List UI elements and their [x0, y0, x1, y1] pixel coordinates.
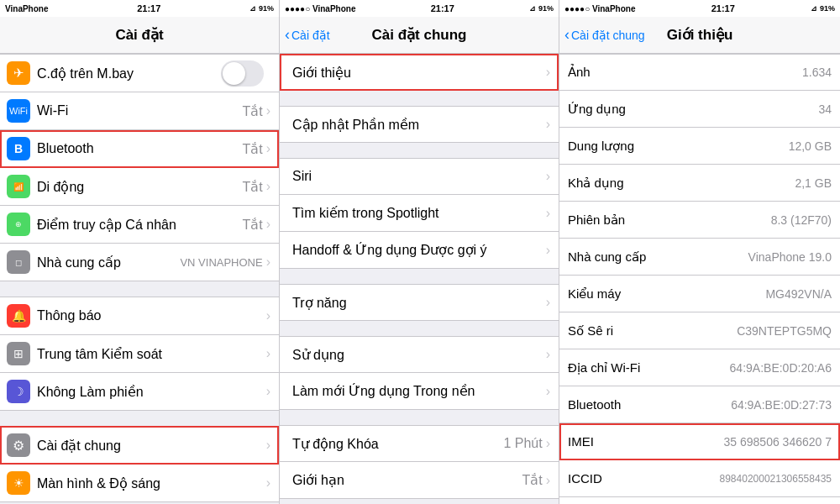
nav-title-1: Cài đặt: [115, 26, 163, 44]
spotlight-chevron: ›: [546, 206, 550, 221]
battery-2: ⊿ 91%: [529, 4, 554, 13]
settings-item-restrictions[interactable]: Giới hạn Tắt ›: [280, 462, 559, 499]
airplane-label: C.độ trên M.bay: [37, 66, 221, 81]
software-chevron: ›: [546, 117, 550, 132]
settings-item-airplane[interactable]: ✈ C.độ trên M.bay: [0, 54, 279, 92]
settings-item-notifications[interactable]: 🔔 Thông báo ›: [0, 297, 279, 335]
autolock-chevron: ›: [546, 436, 550, 451]
nav-bar-2: ‹ Cài đặt Cài đặt chung: [280, 17, 559, 54]
settings-item-usage[interactable]: Sử dụng ›: [280, 336, 559, 373]
group-accessibility: Trợ năng ›: [280, 284, 559, 321]
notifications-label: Thông báo: [37, 308, 266, 323]
version-label: Phiên bản: [568, 213, 771, 228]
settings-item-hotspot[interactable]: ⊕ Điểm truy cập Cá nhân Tắt ›: [0, 206, 279, 244]
general-chevron: ›: [266, 438, 270, 453]
dnd-chevron: ›: [266, 384, 270, 399]
available-value: 2,1 GB: [795, 176, 832, 190]
info-version: Phiên bản 8.3 (12F70): [559, 202, 840, 239]
info-capacity: Dung lượng 12,0 GB: [559, 128, 840, 165]
settings-item-autolock[interactable]: Tự động Khóa 1 Phút ›: [280, 425, 559, 462]
back-button-2[interactable]: ‹ Cài đặt: [285, 26, 330, 44]
bluetooth-addr-value: 64:9A:BE:0D:27:73: [731, 398, 832, 412]
serial-value: C39NTEPTG5MQ: [737, 324, 832, 338]
status-bar-2: ●●●●○ VinaPhone 21:17 ⊿ 91%: [280, 0, 559, 17]
cellular-value: Tắt: [242, 179, 262, 195]
airplane-toggle[interactable]: [221, 60, 264, 87]
panel-general: ●●●●○ VinaPhone 21:17 ⊿ 91% ‹ Cài đặt Cà…: [280, 0, 559, 504]
settings-item-wifi[interactable]: WiFi Wi-Fi Tắt ›: [0, 92, 279, 130]
autolock-value: 1 Phút: [503, 436, 542, 451]
bluetooth-label: Bluetooth: [37, 141, 242, 156]
wifi-value: Tắt: [242, 103, 262, 119]
autolock-label: Tự động Khóa: [292, 436, 503, 452]
sep-p2-1: [280, 91, 559, 106]
cellular-icon: 📶: [7, 175, 30, 198]
info-wifi-addr: Địa chỉ Wi-Fi 64:9A:BE:0D:20:A6: [559, 349, 840, 386]
wifi-chevron: ›: [266, 103, 270, 118]
restrictions-label: Giới hạn: [292, 472, 522, 488]
settings-item-about[interactable]: Giới thiệu ›: [280, 54, 559, 91]
time-3: 21:17: [711, 3, 735, 13]
airplane-icon: ✈: [7, 61, 30, 85]
sep-2: [0, 411, 279, 426]
status-bar-3: ●●●●○ VinaPhone 21:17 ⊿ 91%: [559, 0, 840, 17]
info-iccid: ICCID 89840200021306558435: [559, 460, 840, 497]
info-available: Khả dụng 2,1 GB: [559, 165, 840, 202]
settings-item-display[interactable]: ☀ Màn hình & Độ sáng ›: [0, 465, 279, 502]
settings-item-general[interactable]: ⚙ Cài đặt chung ›: [0, 426, 279, 465]
general-label: Cài đặt chung: [37, 438, 266, 454]
accessibility-label: Trợ năng: [292, 295, 546, 311]
settings-list-2: Giới thiệu › Cập nhật Phần mềm › Siri › …: [280, 54, 559, 504]
settings-item-dnd[interactable]: ☽ Không Làm phiền ›: [0, 373, 279, 411]
apps-label: Ứng dụng: [568, 102, 818, 117]
photos-label: Ảnh: [568, 65, 802, 80]
sep-p2-4: [280, 321, 559, 336]
nav-title-2: Cài đặt chung: [372, 26, 467, 44]
settings-list-3: Ảnh 1.634 Ứng dụng 34 Dung lượng 12,0 GB…: [559, 54, 840, 504]
carrier-2: ●●●●○ VinaPhone: [285, 4, 355, 13]
info-photos: Ảnh 1.634: [559, 54, 840, 91]
settings-item-accessibility[interactable]: Trợ năng ›: [280, 284, 559, 321]
model-value: MG492VN/A: [765, 287, 832, 301]
settings-item-software[interactable]: Cập nhật Phần mềm ›: [280, 106, 559, 143]
settings-item-handoff[interactable]: Handoff & Ứng dụng Được gợi ý ›: [280, 232, 559, 269]
photos-value: 1.634: [802, 66, 832, 79]
accessibility-chevron: ›: [546, 295, 550, 310]
iccid-value: 89840200021306558435: [720, 473, 832, 485]
spotlight-label: Tìm kiếm trong Spotlight: [292, 205, 546, 221]
back-label-2: Cài đặt: [291, 29, 330, 42]
imei-label: IMEI: [568, 434, 724, 449]
carrier-value: VN VINAPHONE: [180, 256, 262, 269]
carrier-label: Nhà cung cấp: [37, 255, 180, 270]
info-serial: Số Sê ri C39NTEPTG5MQ: [559, 312, 840, 349]
display-chevron: ›: [266, 475, 270, 491]
time-1: 21:17: [137, 3, 160, 13]
carrier-icon: ◻: [7, 250, 30, 274]
hotspot-value: Tắt: [242, 217, 262, 233]
sep-p2-2: [280, 143, 559, 158]
group-about: Giới thiệu ›: [280, 54, 559, 91]
settings-item-siri[interactable]: Siri ›: [280, 158, 559, 195]
handoff-chevron: ›: [546, 243, 550, 258]
settings-item-spotlight[interactable]: Tìm kiếm trong Spotlight ›: [280, 195, 559, 232]
carrier-1: VinaPhone: [5, 4, 49, 13]
status-bar-1: VinaPhone 21:17 ⊿ 91%: [0, 0, 279, 17]
iccid-label: ICCID: [568, 471, 720, 486]
back-label-3: Cài đặt chung: [571, 29, 645, 42]
info-model: Kiểu máy MG492VN/A: [559, 276, 840, 312]
bluetooth-addr-label: Bluetooth: [568, 397, 731, 412]
settings-item-bluetooth[interactable]: B Bluetooth Tắt ›: [0, 130, 279, 168]
back-button-3[interactable]: ‹ Cài đặt chung: [564, 26, 645, 44]
background-label: Làm mới Ứng dụng Trong nền: [292, 383, 546, 399]
info-apps: Ứng dụng 34: [559, 91, 840, 128]
group-system: 🔔 Thông báo › ⊞ Trung tâm Kiểm soát › ☽ …: [0, 297, 279, 411]
sep-1: [0, 281, 279, 297]
cellular-chevron: ›: [266, 179, 270, 194]
settings-item-controlcenter[interactable]: ⊞ Trung tâm Kiểm soát ›: [0, 335, 279, 373]
settings-item-cellular[interactable]: 📶 Di động Tắt ›: [0, 168, 279, 206]
settings-item-carrier[interactable]: ◻ Nhà cung cấp VN VINAPHONE ›: [0, 244, 279, 281]
about-label: Giới thiệu: [292, 65, 546, 81]
hotspot-icon: ⊕: [7, 213, 30, 236]
settings-item-background[interactable]: Làm mới Ứng dụng Trong nền ›: [280, 373, 559, 410]
settings-list-1: ✈ C.độ trên M.bay WiFi Wi-Fi Tắt › B Blu…: [0, 54, 279, 504]
